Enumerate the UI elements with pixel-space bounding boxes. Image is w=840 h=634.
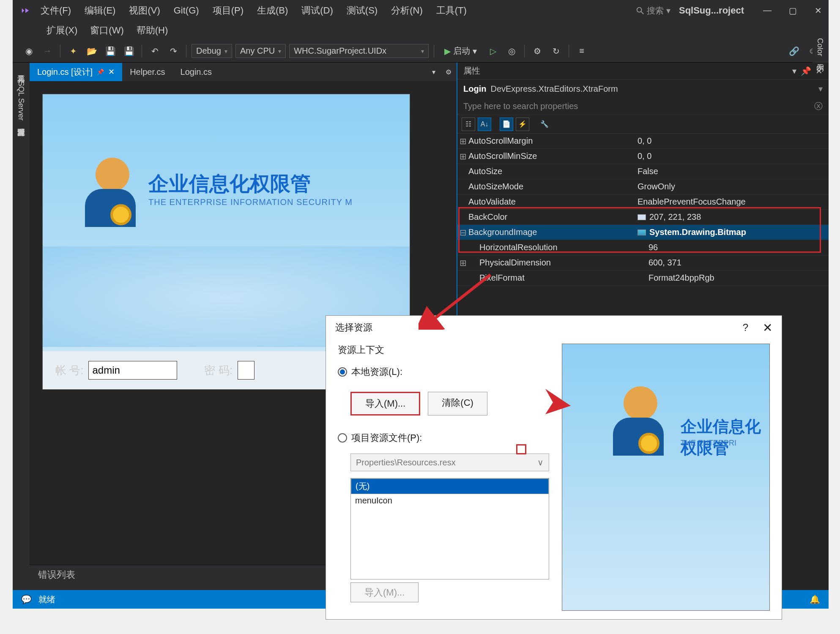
clear-search-icon[interactable]: ⓧ (814, 101, 823, 112)
property-name: PhysicalDimension (479, 258, 648, 268)
start-without-debug-button[interactable]: ▷ (485, 44, 501, 59)
menu-file[interactable]: 文件(F) (34, 3, 78, 19)
categorized-button[interactable]: ☷ (462, 118, 475, 131)
minimize-button[interactable]: — (761, 5, 774, 16)
search-box[interactable]: 搜索 ▾ (635, 5, 670, 16)
undo-button[interactable]: ↶ (147, 44, 162, 59)
import-button[interactable]: 导入(M)... (350, 392, 420, 415)
menu-test[interactable]: 测试(S) (340, 3, 384, 19)
properties-object[interactable]: Login DevExpress.XtraEditors.XtraForm ▾ (457, 79, 829, 98)
dropdown-icon[interactable]: ▾ (792, 66, 796, 76)
save-button[interactable]: 💾 (103, 44, 118, 59)
property-row[interactable]: BackColor207, 221, 238 (457, 210, 829, 225)
forward-button[interactable]: → (40, 44, 55, 59)
property-value[interactable]: System.Drawing.Bitmap (638, 227, 829, 237)
startup-project-dropdown[interactable]: WHC.SugarProject.UIDx▾ (289, 44, 429, 58)
back-button[interactable]: ◉ (21, 44, 36, 59)
tab-helper[interactable]: Helper.cs (122, 64, 172, 80)
property-value[interactable]: 96 (648, 243, 829, 252)
close-tab-icon[interactable]: ✕ (108, 67, 115, 77)
menu-build[interactable]: 生成(B) (250, 3, 295, 19)
tab-login-cs[interactable]: Login.cs (173, 64, 220, 80)
property-row[interactable]: AutoValidateEnablePreventFocusChange (457, 194, 829, 210)
help-button[interactable]: ? (743, 322, 748, 333)
property-row[interactable]: HorizontalResolution96 (457, 240, 829, 255)
tool-button-2[interactable]: ⚙ (530, 44, 545, 59)
menu-view[interactable]: 视图(V) (122, 3, 167, 19)
tab-label: Login.cs [设计] (37, 66, 93, 78)
clear-button[interactable]: 清除(C) (428, 392, 487, 415)
list-item[interactable]: (无) (351, 478, 549, 494)
form-subtitle-text: THE ENTERPRISE INFORMATION SECURITY M (148, 197, 353, 207)
expand-icon[interactable]: ⊟ (457, 227, 468, 238)
live-share-button[interactable]: 🔗 (786, 44, 802, 59)
resource-file-dropdown[interactable]: Properties\Resources.resx ∨ (350, 454, 549, 471)
events-button[interactable]: ⚡ (516, 118, 529, 131)
property-row[interactable]: ⊞PhysicalDimension600, 371 (457, 255, 829, 271)
toolbox-tab[interactable]: 工具箱 (13, 67, 30, 72)
menu-tools[interactable]: 工具(T) (430, 3, 473, 19)
menu-window[interactable]: 窗口(W) (90, 24, 123, 37)
alphabetical-button[interactable]: A↓ (478, 118, 491, 131)
property-value[interactable]: 600, 371 (648, 258, 829, 268)
tool-button-1[interactable]: ◎ (504, 44, 519, 59)
menu-analyze[interactable]: 分析(N) (384, 3, 430, 19)
import-button-2[interactable]: 导入(M)... (350, 582, 419, 602)
property-value[interactable]: 207, 221, 238 (638, 212, 829, 222)
properties-toolbar: ☷ A↓ 📄 ⚡ 🔧 (457, 115, 829, 134)
property-row[interactable]: ⊟BackgroundImageSystem.Drawing.Bitmap (457, 225, 829, 240)
property-row[interactable]: ⊞AutoScrollMargin0, 0 (457, 134, 829, 149)
dialog-close-button[interactable]: ✕ (763, 321, 772, 335)
property-value[interactable]: 0, 0 (638, 151, 829, 161)
property-value[interactable]: GrowOnly (638, 182, 829, 191)
menu-edit[interactable]: 编辑(E) (78, 3, 122, 19)
dialog-title: 选择资源 (335, 321, 743, 334)
platform-dropdown[interactable]: Any CPU▾ (235, 44, 286, 58)
close-icon[interactable]: ✕ (815, 66, 823, 76)
property-pages-button[interactable]: 🔧 (538, 118, 551, 131)
config-dropdown[interactable]: Debug▾ (192, 44, 232, 58)
password-input[interactable] (238, 361, 254, 380)
local-resource-radio[interactable]: 本地资源(L): (338, 366, 549, 378)
expand-icon[interactable]: ⊞ (457, 258, 468, 268)
project-resource-radio[interactable]: 项目资源文件(P): (338, 432, 549, 444)
property-value[interactable]: False (638, 167, 829, 176)
start-debug-button[interactable]: ▶启动▾ (439, 44, 482, 58)
property-value[interactable]: 0, 0 (638, 136, 829, 146)
menu-git[interactable]: Git(G) (167, 3, 206, 18)
tool-button-4[interactable]: ≡ (574, 44, 589, 59)
pin-icon[interactable]: 📌 (97, 68, 104, 75)
resource-list[interactable]: (无) menuIcon (350, 478, 549, 579)
property-row[interactable]: ⊞AutoScrollMinSize0, 0 (457, 149, 829, 164)
menu-help[interactable]: 帮助(H) (137, 24, 168, 37)
menu-extensions[interactable]: 扩展(X) (47, 24, 77, 37)
redo-button[interactable]: ↷ (166, 44, 181, 59)
tool-button-3[interactable]: ↻ (548, 44, 564, 59)
tabs-dropdown-icon[interactable]: ▾ (427, 68, 441, 76)
new-button[interactable]: ✦ (66, 44, 81, 59)
menu-project[interactable]: 项目(P) (206, 3, 250, 19)
properties-search[interactable]: Type here to search properties ⓧ (457, 98, 829, 115)
save-all-button[interactable]: 💾 (121, 44, 137, 59)
list-item[interactable]: menuIcon (351, 494, 549, 507)
property-row[interactable]: AutoSizeModeGrowOnly (457, 179, 829, 194)
menu-debug[interactable]: 调试(D) (295, 3, 340, 19)
property-row[interactable]: AutoSizeFalse (457, 164, 829, 179)
pin-icon[interactable]: 📌 (801, 66, 811, 76)
close-button[interactable]: ✕ (812, 5, 824, 16)
property-value[interactable]: EnablePreventFocusChange (638, 197, 829, 207)
username-input[interactable] (88, 361, 177, 380)
tab-login-design[interactable]: Login.cs [设计] 📌 ✕ (30, 63, 122, 81)
open-button[interactable]: 📂 (84, 44, 99, 59)
tabs-settings-icon[interactable]: ⚙ (441, 68, 457, 76)
notifications-icon[interactable]: 🔔 (810, 594, 820, 604)
property-value[interactable]: Format24bppRgb (648, 273, 829, 283)
maximize-button[interactable]: ▢ (786, 5, 799, 16)
sql-explorer-tab[interactable]: SQL Server 对象资源管理器 (13, 79, 30, 125)
property-row[interactable]: PixelFormatFormat24bppRgb (457, 271, 829, 286)
expand-icon[interactable]: ⊞ (457, 136, 468, 146)
expand-icon[interactable]: ⊞ (457, 151, 468, 161)
color-example-tab[interactable]: Color 示例 (813, 34, 828, 63)
properties-button[interactable]: 📄 (500, 118, 513, 131)
status-comment-icon[interactable]: 💬 (21, 594, 32, 604)
